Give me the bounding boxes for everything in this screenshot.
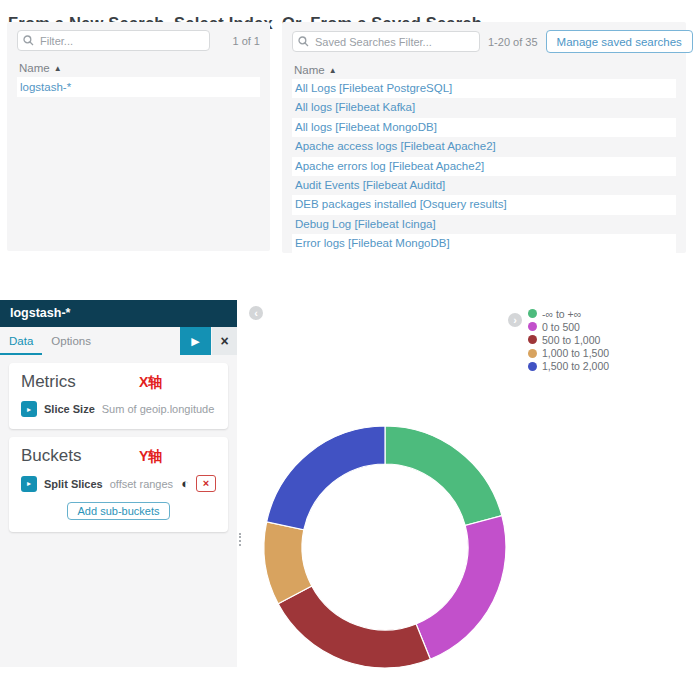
search-icon (298, 36, 309, 47)
resize-handle[interactable] (239, 533, 241, 546)
legend-label: 1,500 to 2,000 (542, 360, 609, 372)
metric-value: Sum of geoip.longitude (102, 403, 215, 415)
metric-label: Slice Size (44, 403, 95, 415)
remove-x-icon: × (203, 477, 209, 489)
chevron-right-icon: ▸ (27, 479, 31, 488)
index-filter-wrap (17, 30, 210, 51)
saved-count: 1-20 of 35 (488, 36, 538, 48)
legend-dot-icon (528, 309, 537, 318)
editor-tabbar: Data Options ▶ × (0, 327, 237, 355)
tab-data[interactable]: Data (0, 327, 42, 355)
donut-slice[interactable] (278, 586, 430, 668)
buckets-card: Buckets Y轴 ▸ Split Slices offset ranges … (9, 437, 228, 532)
discard-changes-button[interactable]: × (212, 327, 237, 355)
metric-agg-row[interactable]: ▸ Slice Size Sum of geoip.longitude (21, 401, 216, 417)
saved-search-link[interactable]: Apache access logs [Filebeat Apache2] (292, 137, 676, 156)
legend-item[interactable]: 0 to 500 (528, 320, 609, 333)
manage-saved-searches-button[interactable]: Manage saved searches (546, 30, 693, 53)
legend-label: -∞ to +∞ (542, 308, 581, 320)
tabbar-spacer (100, 327, 180, 355)
chart-panel: ‹ › -∞ to +∞0 to 500500 to 1,0001,000 to… (245, 300, 693, 683)
collapse-legend-icon[interactable]: › (508, 313, 522, 327)
sidebar-index-title: logstash-* (0, 300, 237, 327)
legend-item[interactable]: 1,000 to 1,500 (528, 347, 609, 360)
saved-search-filter-input[interactable] (292, 31, 480, 52)
donut-slice[interactable] (267, 426, 385, 530)
saved-search-link[interactable]: Audit Events [Filebeat Auditd] (292, 176, 676, 195)
tab-options[interactable]: Options (42, 327, 100, 355)
vis-editor-sidebar: logstash-* Data Options ▶ × Metrics X轴 ▸… (0, 300, 237, 667)
bucket-value: offset ranges (110, 478, 173, 490)
saved-search-link[interactable]: All Logs [Filebeat PostgreSQL] (292, 79, 676, 98)
metrics-card: Metrics X轴 ▸ Slice Size Sum of geoip.lon… (9, 363, 228, 429)
index-pattern-panel: 1 of 1 Name ▲ logstash-* (7, 22, 270, 251)
saved-name-header[interactable]: Name (294, 64, 325, 76)
donut-chart[interactable] (245, 300, 693, 683)
buckets-heading: Buckets (21, 446, 216, 466)
legend-dot-icon (528, 335, 537, 344)
search-icon (23, 35, 34, 46)
legend-dot-icon (528, 322, 537, 331)
bucket-agg-row[interactable]: ▸ Split Slices offset ranges ◐ × (21, 475, 216, 492)
saved-search-link[interactable]: Apache errors log [Filebeat Apache2] (292, 157, 676, 176)
legend-label: 0 to 500 (542, 321, 580, 333)
metrics-heading: Metrics (21, 372, 216, 392)
chevron-right-icon: ▸ (27, 405, 31, 414)
y-axis-annotation: Y轴 (139, 448, 162, 466)
close-icon: × (220, 333, 228, 349)
legend-item[interactable]: 500 to 1,000 (528, 333, 609, 346)
sort-asc-icon: ▲ (329, 66, 337, 75)
apply-changes-button[interactable]: ▶ (180, 327, 211, 355)
legend-item[interactable]: 1,500 to 2,000 (528, 360, 609, 373)
index-pattern-list: logstash-* (17, 77, 260, 97)
remove-bucket-button[interactable]: × (196, 475, 216, 492)
legend-label: 500 to 1,000 (542, 334, 600, 346)
saved-search-link[interactable]: All logs [Filebeat Kafka] (292, 98, 676, 117)
legend-item[interactable]: -∞ to +∞ (528, 307, 609, 320)
play-icon: ▶ (191, 335, 199, 348)
add-sub-buckets-button[interactable]: Add sub-buckets (67, 502, 171, 520)
legend-dot-icon (528, 349, 537, 358)
panel-gutter (237, 300, 245, 667)
index-name-header[interactable]: Name (19, 62, 50, 74)
chevron-right-icon: › (513, 315, 517, 326)
toggle-visibility-icon[interactable]: ◐ (181, 477, 189, 490)
expand-metric-button[interactable]: ▸ (21, 401, 37, 417)
donut-slice[interactable] (416, 516, 506, 660)
x-axis-annotation: X轴 (139, 374, 162, 392)
legend-dot-icon (528, 362, 537, 371)
bucket-label: Split Slices (44, 478, 103, 490)
donut-slice[interactable] (385, 426, 502, 526)
expand-bucket-button[interactable]: ▸ (21, 476, 37, 492)
index-count: 1 of 1 (232, 35, 260, 47)
saved-search-link[interactable]: Error logs [Filebeat MongoDB] (292, 234, 676, 253)
saved-search-link[interactable]: All logs [Filebeat MongoDB] (292, 118, 676, 137)
legend-label: 1,000 to 1,500 (542, 347, 609, 359)
saved-search-list: All Logs [Filebeat PostgreSQL]All logs [… (292, 79, 676, 254)
sort-asc-icon: ▲ (54, 64, 62, 73)
index-pattern-link[interactable]: logstash-* (17, 77, 260, 97)
saved-filter-wrap (292, 31, 480, 52)
chart-legend: -∞ to +∞0 to 500500 to 1,0001,000 to 1,5… (528, 307, 609, 373)
index-filter-input[interactable] (17, 30, 210, 51)
saved-search-link[interactable]: DEB packages installed [Osquery results] (292, 195, 676, 214)
saved-search-panel: 1-20 of 35 Manage saved searches Name ▲ … (282, 22, 686, 253)
visualize-new-page: From a New Search, Select Index 1 of 1 N… (0, 0, 693, 683)
saved-search-link[interactable]: Debug Log [Filebeat Icinga] (292, 215, 676, 234)
